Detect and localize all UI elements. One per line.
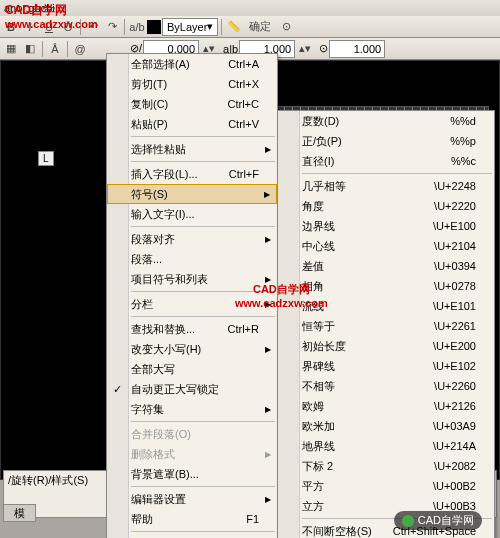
stepper-2[interactable]: ▴▾ [296,40,314,58]
menu-item[interactable]: 恒等于\U+2261 [278,316,494,336]
menu-item[interactable]: 差值\U+0394 [278,256,494,276]
menu-item[interactable]: 欧米加\U+03A9 [278,416,494,436]
menu-item[interactable]: 初始长度\U+E200 [278,336,494,356]
menu-item: 合并段落(O) [107,424,277,444]
l-marker: L [38,151,54,166]
menu-item[interactable]: 选择性粘贴▶ [107,139,277,159]
source-badge: CAD自学网 [394,511,482,530]
menu-item[interactable]: ✓自动更正大写锁定 [107,379,277,399]
menu-item[interactable]: 剪切(T)Ctrl+X [107,74,277,94]
menu-item[interactable]: 字符集▶ [107,399,277,419]
ruler-btn[interactable]: 📏 [225,18,243,36]
menu-item[interactable]: 背景遮罩(B)... [107,464,277,484]
menu-item[interactable]: 中心线\U+2104 [278,236,494,256]
watermark-center: CAD自学网www.cadzxw.com [235,282,328,309]
color-btn[interactable] [147,20,161,34]
misc-1[interactable]: ▦ [2,40,20,58]
menu-item[interactable]: 界碑线\U+E102 [278,356,494,376]
menu-item[interactable]: 段落对齐▶ [107,229,277,249]
value-input-3[interactable] [329,40,385,58]
menu-item[interactable]: 插入字段(L)...Ctrl+F [107,164,277,184]
menu-item[interactable]: 边界线\U+E100 [278,216,494,236]
menu-item[interactable]: 度数(D)%%d [278,111,494,131]
redo-btn[interactable]: ↷ [103,18,121,36]
menu-item[interactable]: 几乎相等\U+2248 [278,176,494,196]
menu-item[interactable]: 角度\U+2220 [278,196,494,216]
menu-item[interactable]: 全部大写 [107,359,277,379]
layer-select[interactable]: ByLayer ▾ [162,18,218,36]
menu-item[interactable]: 欧姆\U+2126 [278,396,494,416]
stack-btn[interactable]: a/b [128,18,146,36]
menu-item[interactable]: 取消 [107,534,277,538]
menu-item[interactable]: 直径(I)%%c [278,151,494,171]
menu-item[interactable]: 改变大小写(H)▶ [107,339,277,359]
menu-item[interactable]: 不相等\U+2260 [278,376,494,396]
options-btn[interactable]: ⊙ [277,18,295,36]
model-tab[interactable]: 模 [3,504,36,522]
menu-item[interactable]: 段落... [107,249,277,269]
menu-item[interactable]: 平方\U+00B2 [278,476,494,496]
menu-item[interactable]: 下标 2\U+2082 [278,456,494,476]
misc-3[interactable]: Å [46,40,64,58]
menu-item[interactable]: 帮助F1 [107,509,277,529]
menu-item[interactable]: 复制(C)Ctrl+C [107,94,277,114]
menu-item[interactable]: 正/负(P)%%p [278,131,494,151]
command-text: /旋转(R)/样式(S) [8,474,88,486]
misc-2[interactable]: ◧ [21,40,39,58]
watermark-title: CAD自学网 [5,2,67,19]
menu-item[interactable]: 编辑器设置▶ [107,489,277,509]
menu-item[interactable]: 符号(S)▶ [107,184,277,204]
menu-item[interactable]: 全部选择(A)Ctrl+A [107,54,277,74]
menu-item: 删除格式▶ [107,444,277,464]
ok-btn[interactable]: 确定 [244,18,276,36]
menu-item[interactable]: 地界线\U+214A [278,436,494,456]
menu-item[interactable]: 查找和替换...Ctrl+R [107,319,277,339]
menu-item[interactable]: 输入文字(I)... [107,204,277,224]
symbol-submenu: 度数(D)%%d正/负(P)%%p直径(I)%%c几乎相等\U+2248角度\U… [277,110,495,538]
watermark-url: www.cadzxw.com [5,18,98,30]
menu-item[interactable]: 粘贴(P)Ctrl+V [107,114,277,134]
misc-4[interactable]: @ [71,40,89,58]
